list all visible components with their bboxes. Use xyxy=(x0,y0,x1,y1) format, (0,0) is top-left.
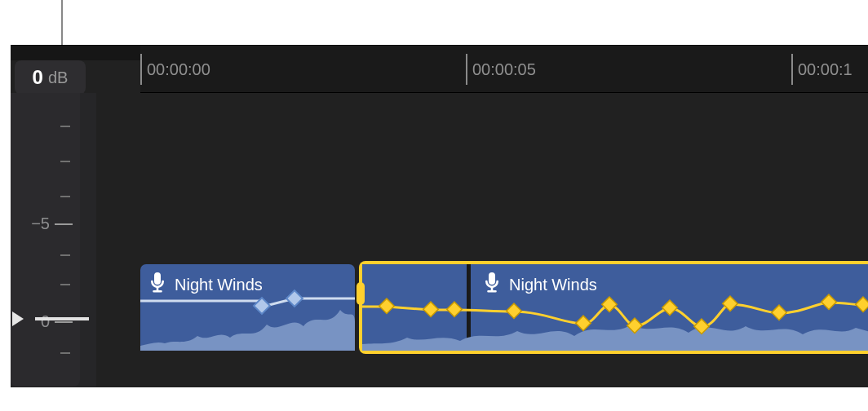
mic-icon xyxy=(483,272,501,297)
audio-clip[interactable]: Night Winds xyxy=(140,264,355,351)
scale-tick xyxy=(55,223,73,225)
waveform xyxy=(140,305,355,351)
time-ruler[interactable]: 00:00:00 00:00:05 00:00:1 xyxy=(140,46,868,93)
waveform xyxy=(362,305,868,351)
clip-title: Night Winds xyxy=(175,276,263,294)
clip-trim-handle[interactable] xyxy=(356,282,365,305)
db-readout-unit: dB xyxy=(48,68,68,87)
scale-tick xyxy=(60,161,70,162)
db-readout-value: 0 xyxy=(33,66,43,89)
scale-tick xyxy=(60,126,70,127)
ruler-tick: 00:00:05 xyxy=(466,54,467,92)
ruler-tick: 00:00:00 xyxy=(140,54,142,92)
audio-clip-selected[interactable]: Night Winds xyxy=(359,261,868,354)
db-readout[interactable]: 0 dB xyxy=(15,60,86,95)
mic-icon xyxy=(148,272,166,297)
scale-tick xyxy=(60,254,70,256)
scale-label: −5 xyxy=(11,214,50,233)
ruler-tick: 00:00:1 xyxy=(791,54,793,92)
scale-tick xyxy=(55,321,73,323)
timeline-track-area[interactable]: Night Winds xyxy=(140,93,868,387)
clip-title: Night Winds xyxy=(509,276,597,294)
svg-rect-1 xyxy=(286,290,303,307)
scale-tick xyxy=(60,196,70,197)
timeline-panel: 0 dB 00:00:00 00:00:05 00:00:1 −5 0 xyxy=(11,45,868,387)
scale-tick xyxy=(60,284,70,285)
db-scale: −5 0 xyxy=(11,93,96,387)
scale-tick xyxy=(60,352,70,354)
db-scale-marker[interactable] xyxy=(12,312,24,326)
